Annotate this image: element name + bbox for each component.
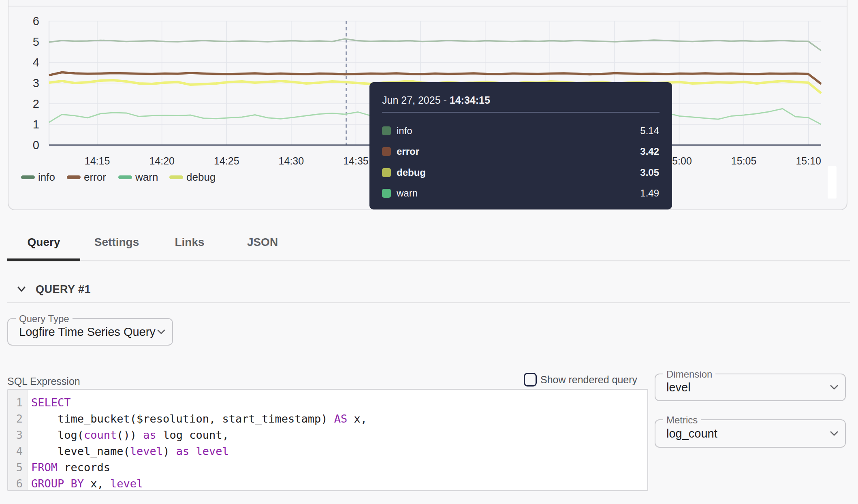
- tooltip-series-value: 1.49: [640, 188, 659, 199]
- tooltip-timestamp: Jun 27, 2025 - 14:34:15: [382, 94, 490, 106]
- chevron-down-icon: [157, 329, 166, 335]
- sql-code-line: time_bucket($resolution, start_timestamp…: [31, 411, 647, 427]
- tooltip-swatch-icon: [382, 126, 391, 135]
- legend-label: error: [84, 172, 106, 182]
- x-tick-label: 14:15: [69, 156, 126, 166]
- query-type-value: Logfire Time Series Query: [19, 325, 156, 339]
- sql-code-line: log(count()) as log_count,: [31, 427, 647, 443]
- metrics-value: log_count: [666, 427, 717, 440]
- x-tick-label: 15:10: [780, 156, 837, 166]
- legend-item-debug[interactable]: debug: [169, 172, 216, 182]
- tooltip-series-value: 5.14: [640, 125, 659, 137]
- active-tab-indicator: [7, 258, 80, 261]
- x-tick-label: 14:20: [134, 156, 190, 166]
- tooltip-swatch-icon: [382, 147, 391, 156]
- legend-swatch-icon: [118, 175, 132, 179]
- tooltip-date: Jun 27, 2025 -: [382, 94, 450, 106]
- tooltip-series-value: 3.42: [640, 146, 659, 157]
- tooltip-time: 14:34:15: [450, 94, 490, 106]
- chevron-down-icon: [830, 431, 839, 436]
- legend-label: debug: [186, 172, 216, 182]
- tab-links[interactable]: Links: [153, 229, 226, 256]
- dimension-select[interactable]: Dimension level: [655, 374, 846, 401]
- chevron-down-icon: [830, 384, 839, 390]
- legend-item-info[interactable]: info: [21, 172, 55, 182]
- show-rendered-query-label: Show rendered query: [540, 374, 637, 385]
- line-number: 3: [8, 427, 27, 443]
- tab-query[interactable]: Query: [7, 229, 80, 256]
- query-type-select[interactable]: Query Type Logfire Time Series Query: [7, 318, 173, 346]
- sql-code-editor[interactable]: 123456 SELECT time_bucket($resolution, s…: [7, 389, 648, 491]
- legend-swatch-icon: [67, 175, 81, 179]
- sql-code-line: GROUP BY x, level: [31, 476, 647, 491]
- tooltip-series-label: warn: [397, 188, 418, 199]
- show-rendered-query-checkbox[interactable]: [524, 373, 537, 387]
- chart-tooltip: Jun 27, 2025 - 14:34:15 info5.14error3.4…: [369, 82, 672, 209]
- legend-label: info: [38, 172, 55, 182]
- panel-tabs: QuerySettingsLinksJSON: [7, 229, 299, 256]
- legend-item-error[interactable]: error: [67, 172, 106, 182]
- metrics-label: Metrics: [663, 415, 701, 425]
- tooltip-divider: [382, 112, 660, 113]
- series-line-info: [49, 39, 821, 51]
- dimension-label: Dimension: [663, 369, 715, 380]
- x-tick-label: 14:30: [263, 156, 320, 166]
- tab-settings[interactable]: Settings: [80, 229, 153, 256]
- dimension-value: level: [666, 381, 691, 394]
- legend-label: warn: [135, 172, 158, 182]
- line-number: 6: [8, 476, 27, 491]
- panel-scrollbar-thumb[interactable]: [828, 166, 837, 199]
- query-type-label: Query Type: [16, 314, 73, 324]
- tooltip-swatch-icon: [382, 168, 391, 177]
- query-section-divider: [7, 302, 850, 303]
- line-number: 2: [8, 411, 27, 427]
- tab-track: [7, 260, 850, 261]
- panel-editor-page: 0123456 14:1514:2014:2514:3014:3514:4014…: [0, 0, 858, 504]
- tooltip-swatch-icon: [382, 189, 391, 198]
- sql-code-line: level_name(level) as level: [31, 443, 647, 459]
- tooltip-row-info: info5.14: [382, 121, 659, 141]
- legend-item-warn[interactable]: warn: [118, 172, 158, 182]
- sql-code-line: FROM records: [31, 459, 647, 476]
- line-number: 1: [8, 395, 27, 411]
- tooltip-series-label: debug: [397, 167, 426, 178]
- query-section-title: QUERY #1: [36, 284, 91, 295]
- x-tick-label: 14:25: [198, 156, 255, 166]
- metrics-select[interactable]: Metrics log_count: [655, 419, 846, 448]
- x-tick-label: 15:05: [715, 156, 772, 166]
- query-collapse-button[interactable]: [15, 284, 28, 295]
- line-number: 5: [8, 459, 27, 476]
- legend-swatch-icon: [169, 175, 183, 179]
- sql-code-area[interactable]: SELECT time_bucket($resolution, start_ti…: [28, 390, 647, 490]
- legend-swatch-icon: [21, 175, 35, 179]
- tooltip-row-warn: warn1.49: [382, 183, 659, 203]
- tooltip-series-value: 3.05: [640, 167, 659, 178]
- chevron-down-icon: [15, 284, 28, 295]
- tab-json[interactable]: JSON: [226, 229, 299, 256]
- line-number-gutter: 123456: [8, 390, 28, 490]
- tooltip-series-label: info: [397, 125, 412, 137]
- line-number: 4: [8, 443, 27, 459]
- sql-code-line: SELECT: [31, 395, 647, 411]
- tooltip-row-debug: debug3.05: [382, 162, 659, 183]
- tooltip-series-label: error: [397, 146, 419, 157]
- tooltip-row-error: error3.42: [382, 141, 659, 162]
- sql-expression-label: SQL Expression: [7, 376, 80, 387]
